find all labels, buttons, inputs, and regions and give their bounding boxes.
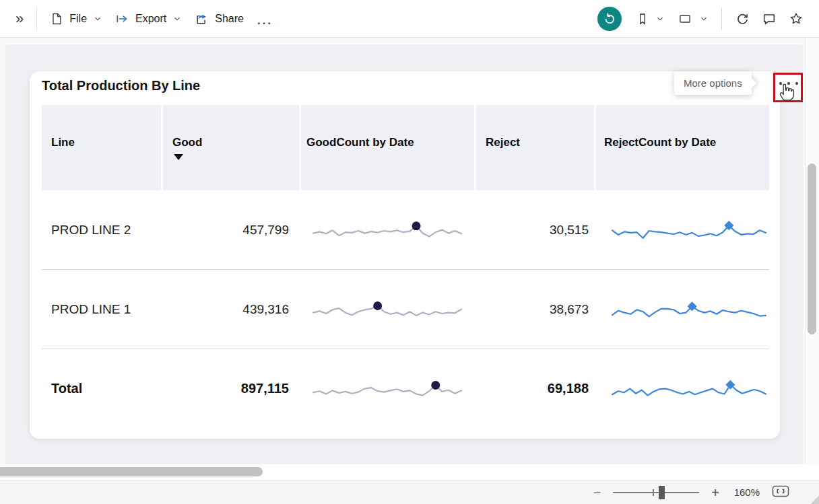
share-icon [194,12,209,26]
zoom-level: 160% [731,487,760,498]
toolbar-divider [36,8,37,30]
star-icon [789,11,804,26]
bookmarks-button[interactable] [630,7,671,30]
horizontal-scrollbar-thumb[interactable] [0,467,263,476]
hand-cursor-icon [776,79,799,103]
more-options-tooltip: More options [674,71,752,95]
top-toolbar: » File Export Share … [0,0,819,38]
reset-to-default-button[interactable] [597,7,622,31]
file-menu-button[interactable]: File [44,8,108,30]
refresh-icon [735,11,750,26]
good-sparkline-cell [301,349,476,428]
reject-value-cell: 30,515 [476,190,596,269]
line-cell: PROD LINE 1 [42,270,163,349]
visual-title: Total Production By Line [42,78,200,94]
reject-sparkline [611,374,767,404]
good-value-cell: 457,799 [163,190,301,269]
sort-descending-icon [174,154,183,160]
fit-to-page-icon [772,485,789,497]
export-icon [114,12,129,26]
good-sparkline [312,374,463,404]
reject-sparkline-cell [596,190,769,269]
view-rectangle-icon [677,12,693,26]
good-sparkline-cell [301,190,476,269]
zoom-slider-center-tick [653,489,654,496]
good-total-cell: 897,115 [163,349,301,428]
vertical-scrollbar[interactable] [805,38,819,464]
table-row[interactable]: PROD LINE 1 439,316 38,673 [42,269,769,349]
fit-to-page-button[interactable] [769,485,792,499]
good-sparkline-cell [301,270,476,349]
table-total-row[interactable]: Total 897,115 69,188 [42,349,769,428]
more-toolbar-options-button[interactable]: … [250,7,279,31]
chevron-down-icon [172,14,182,24]
column-header-reject[interactable]: Reject [476,105,596,190]
column-header-label: Reject [486,136,520,149]
zoom-out-button[interactable]: − [591,486,604,499]
reset-icon [603,12,616,26]
reject-sparkline [611,215,767,245]
vertical-scrollbar-thumb[interactable] [808,164,816,334]
ellipsis-icon: … [256,11,273,27]
column-header-label: GoodCount by Date [306,136,414,149]
reject-value-cell: 38,673 [476,270,596,349]
share-button[interactable]: Share [188,8,250,30]
zoom-slider-thumb[interactable] [659,486,665,499]
view-button[interactable] [671,8,715,30]
file-icon [50,12,63,26]
share-label: Share [215,13,244,25]
column-header-label: Line [51,136,75,149]
column-header-label: Good [172,136,202,149]
column-header-line[interactable]: Line [42,105,163,190]
zoom-slider-track [613,492,699,493]
column-header-label: RejectCount by Date [604,136,716,149]
column-header-goodcount-by-date[interactable]: GoodCount by Date [301,105,476,190]
visual-more-options-button[interactable] [773,73,803,102]
zoom-in-button[interactable]: + [709,486,722,499]
chevron-down-icon [699,14,709,24]
good-sparkline [312,295,463,324]
total-label-cell: Total [42,349,163,428]
comments-button[interactable] [756,7,783,30]
export-menu-label: Export [135,13,166,25]
reject-total-cell: 69,188 [476,349,596,428]
good-sparkline [312,215,463,245]
column-header-good[interactable]: Good [163,105,301,190]
table-header-row: Line Good GoodCount by Date Reject Rejec… [42,105,769,190]
file-menu-label: File [69,13,87,25]
line-cell: PROD LINE 2 [42,190,163,269]
minus-icon: − [593,485,601,500]
favorite-button[interactable] [783,7,810,30]
zoom-slider[interactable] [613,486,699,499]
reject-sparkline [611,295,767,324]
table-row[interactable]: PROD LINE 2 457,799 30,515 [42,190,769,269]
good-value-cell: 439,316 [163,270,301,349]
chevron-down-icon [655,14,665,24]
reject-sparkline-cell [596,349,769,428]
bookmark-icon [636,11,649,26]
status-bar: − + 160% [0,480,819,504]
reject-sparkline-cell [596,270,769,349]
tooltip-text: More options [684,77,742,89]
table-visual-card: Total Production By Line Line Good GoodC… [30,71,780,439]
expand-pane-button[interactable]: » [9,7,30,30]
export-menu-button[interactable]: Export [108,8,188,30]
refresh-button[interactable] [729,7,756,30]
report-canvas: Total Production By Line Line Good GoodC… [0,38,806,464]
comment-icon [762,11,777,26]
column-header-rejectcount-by-date[interactable]: RejectCount by Date [596,105,769,190]
window-resize-grip[interactable] [810,495,819,504]
horizontal-scrollbar[interactable] [0,464,819,480]
double-chevron-right-icon: » [15,11,24,26]
chevron-down-icon [93,14,102,24]
plus-icon: + [711,485,719,500]
toolbar-divider [721,8,722,30]
production-table: Line Good GoodCount by Date Reject Rejec… [42,105,769,428]
